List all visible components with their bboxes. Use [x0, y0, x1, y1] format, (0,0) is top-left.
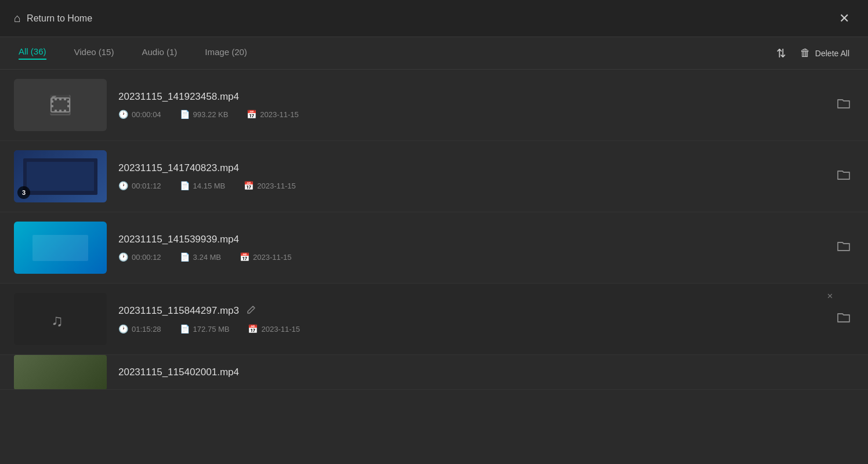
clock-icon: 🕐 [118, 324, 128, 334]
svg-rect-9 [59, 110, 62, 112]
tab-image[interactable]: Image (20) [205, 47, 247, 59]
trash-icon: 🗑 [800, 47, 811, 59]
file-meta: 🕐 00:00:12 📄 3.24 MB 📅 2023-11-15 [118, 252, 833, 262]
tabs-bar: All (36) Video (15) Audio (1) Image (20)… [0, 37, 868, 70]
file-info: 20231115_115844297.mp3 🕐 01:15:28 📄 172.… [118, 304, 833, 334]
calendar-icon: 📅 [248, 324, 258, 334]
svg-rect-8 [55, 110, 57, 112]
file-size-icon: 📄 [180, 181, 190, 190]
home-icon: ⌂ [14, 12, 21, 25]
close-button[interactable]: ✕ [834, 10, 854, 27]
svg-rect-2 [51, 105, 53, 107]
size-meta: 📄 993.22 KB [180, 110, 229, 119]
svg-text:♫: ♫ [51, 311, 63, 329]
open-folder-button[interactable] [833, 307, 854, 331]
svg-rect-7 [64, 98, 66, 100]
svg-rect-4 [67, 105, 70, 107]
list-item: 20231115_115402001.mp4 [0, 355, 868, 390]
file-list: ⬛ 20231115_141923458.mp4 🕐 [0, 70, 868, 390]
clock-icon: 🕐 [118, 181, 128, 190]
size-meta: 📄 14.15 MB [180, 181, 226, 190]
size-value: 172.75 MB [193, 325, 230, 334]
file-name: 20231115_141539939.mp4 [118, 234, 833, 245]
file-info: 20231115_141923458.mp4 🕐 00:00:04 📄 993.… [118, 91, 833, 119]
duration-meta: 🕐 00:00:12 [118, 252, 161, 262]
file-thumbnail: ♫ [14, 293, 107, 345]
duration-value: 00:01:12 [132, 182, 161, 190]
size-meta: 📄 172.75 MB [180, 324, 230, 334]
file-thumbnail [14, 355, 107, 390]
file-name: 20231115_115844297.mp3 [118, 304, 833, 317]
calendar-icon: 📅 [240, 252, 249, 262]
date-meta: 📅 2023-11-15 [240, 252, 292, 262]
tabs-actions: ⇅ 🗑 Delete All [776, 46, 849, 60]
duration-meta: 🕐 00:00:04 [118, 110, 161, 119]
date-meta: 📅 2023-11-15 [248, 324, 300, 334]
tab-all[interactable]: All (36) [19, 46, 46, 60]
duration-value: 00:00:04 [132, 110, 161, 119]
header: ⌂ Return to Home ✕ [0, 0, 868, 37]
delete-all-label: Delete All [815, 49, 849, 58]
date-meta: 📅 2023-11-15 [244, 181, 296, 190]
sort-button[interactable]: ⇅ [776, 46, 786, 60]
size-value: 993.22 KB [193, 110, 229, 119]
file-size-icon: 📄 [180, 324, 190, 334]
file-meta: 🕐 00:01:12 📄 14.15 MB 📅 2023-11-15 [118, 181, 833, 190]
file-meta: 🕐 00:00:04 📄 993.22 KB 📅 2023-11-15 [118, 110, 833, 119]
file-info: 20231115_115402001.mp4 [118, 367, 854, 378]
list-item: 3 20231115_141740823.mp4 🕐 00:01:12 📄 14… [0, 141, 868, 212]
date-value: 2023-11-15 [257, 182, 296, 190]
calendar-icon: 📅 [247, 110, 256, 119]
calendar-icon: 📅 [244, 181, 254, 190]
file-name: 20231115_115402001.mp4 [118, 367, 854, 378]
svg-rect-6 [59, 98, 62, 100]
size-value: 14.15 MB [193, 182, 226, 190]
date-value: 2023-11-15 [260, 110, 299, 119]
date-meta: 📅 2023-11-15 [247, 110, 299, 119]
tab-video[interactable]: Video (15) [74, 47, 114, 59]
duration-value: 01:15:28 [132, 325, 161, 334]
duration-meta: 🕐 01:15:28 [118, 324, 161, 334]
tab-audio[interactable]: Audio (1) [142, 47, 177, 59]
file-meta: 🕐 01:15:28 📄 172.75 MB 📅 2023-11-15 [118, 324, 833, 334]
open-folder-button[interactable] [833, 235, 854, 260]
delete-all-button[interactable]: 🗑 Delete All [800, 47, 849, 59]
page-title: Return to Home [27, 13, 92, 24]
list-item: ♫ 20231115_115844297.mp3 🕐 01:15:28 📄 [0, 284, 868, 355]
file-info: 20231115_141539939.mp4 🕐 00:00:12 📄 3.24… [118, 234, 833, 262]
date-value: 2023-11-15 [261, 325, 300, 334]
size-value: 3.24 MB [193, 253, 221, 262]
svg-rect-3 [67, 100, 70, 103]
open-folder-button[interactable] [833, 164, 854, 188]
svg-rect-10 [64, 110, 66, 112]
item-close-button[interactable]: ✕ [827, 292, 833, 300]
file-thumbnail: ⬛ [14, 79, 107, 131]
file-name: 20231115_141740823.mp4 [118, 162, 833, 174]
file-thumbnail: 3 [14, 150, 107, 202]
svg-rect-5 [55, 98, 57, 100]
duration-value: 00:00:12 [132, 253, 161, 262]
header-left: ⌂ Return to Home [14, 12, 92, 25]
list-item: ⬛ 20231115_141923458.mp4 🕐 [0, 70, 868, 141]
size-meta: 📄 3.24 MB [180, 252, 221, 262]
date-value: 2023-11-15 [253, 253, 292, 262]
list-item: 20231115_141539939.mp4 🕐 00:00:12 📄 3.24… [0, 212, 868, 284]
file-size-icon: 📄 [180, 252, 190, 262]
clock-icon: 🕐 [118, 110, 128, 119]
clock-icon: 🕐 [118, 252, 128, 262]
svg-rect-1 [51, 100, 53, 103]
duration-meta: 🕐 00:01:12 [118, 181, 161, 190]
file-size-icon: 📄 [180, 110, 190, 119]
open-folder-button[interactable] [833, 93, 854, 117]
file-name: 20231115_141923458.mp4 [118, 91, 833, 103]
edit-icon[interactable] [246, 304, 256, 317]
file-info: 20231115_141740823.mp4 🕐 00:01:12 📄 14.1… [118, 162, 833, 190]
file-thumbnail [14, 222, 107, 274]
